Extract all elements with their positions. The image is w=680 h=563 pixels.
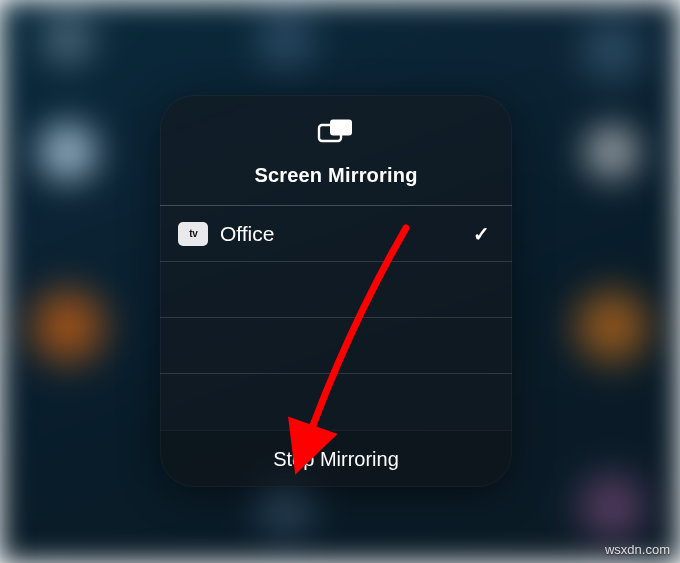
watermark-text: wsxdn.com (605, 542, 670, 557)
checkmark-icon: ✓ (473, 222, 490, 246)
screen-mirroring-icon (316, 117, 356, 151)
empty-row (160, 318, 512, 374)
svg-rect-1 (330, 120, 352, 136)
device-name-label: Office (220, 222, 473, 246)
panel-title: Screen Mirroring (254, 164, 417, 187)
empty-row (160, 262, 512, 318)
device-list: tv Office ✓ (160, 206, 512, 430)
empty-row (160, 374, 512, 430)
stop-mirroring-label: Stop Mirroring (273, 448, 399, 471)
apple-tv-icon: tv (178, 222, 208, 246)
device-row-office[interactable]: tv Office ✓ (160, 206, 512, 262)
screen-mirroring-panel: Screen Mirroring tv Office ✓ Stop Mirror… (160, 95, 512, 487)
stop-mirroring-button[interactable]: Stop Mirroring (160, 430, 512, 487)
panel-header: Screen Mirroring (160, 95, 512, 206)
